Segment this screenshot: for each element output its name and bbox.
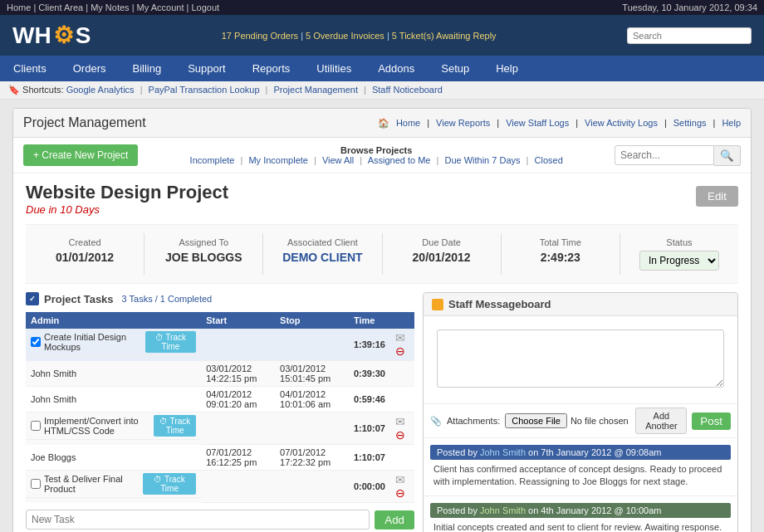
tasks-section-header: ✓ Project Tasks 3 Tasks / 1 Completed	[26, 292, 414, 305]
client-value[interactable]: DEMO CLIENT	[267, 251, 377, 264]
time-value: 2:49:23	[506, 251, 615, 264]
panel-help[interactable]: Help	[722, 118, 741, 128]
shortcuts-bar: 🔖 Shortcuts: Google Analytics | PayPal T…	[0, 81, 764, 100]
logout-link[interactable]: Logout	[191, 2, 219, 12]
panel-view-reports[interactable]: View Reports	[436, 118, 490, 128]
nav-support[interactable]: Support	[174, 56, 239, 81]
task-3-delete-icon[interactable]: ⊖	[395, 486, 405, 500]
info-assigned: Assigned To JOE BLOGGS	[144, 233, 263, 275]
browse-incomplete[interactable]: Incomplete	[190, 155, 235, 165]
info-status: Status In Progress Completed Pending	[620, 233, 738, 275]
my-notes-link[interactable]: My Notes	[91, 2, 129, 12]
nav-addons[interactable]: Addons	[365, 56, 428, 81]
client-area-link[interactable]: Client Area	[38, 2, 83, 12]
task-1-name: Create Initial Design Mockups	[44, 332, 142, 352]
add-another-button[interactable]: Add Another	[635, 408, 687, 434]
track-time-2-button[interactable]: ⏱ Track Time	[154, 415, 196, 437]
nav-help[interactable]: Help	[482, 56, 531, 81]
attach-icon: 📎	[430, 416, 442, 427]
task-1-delete-icon[interactable]: ⊖	[395, 344, 405, 358]
nav-reports[interactable]: Reports	[239, 56, 304, 81]
shortcut-paypal[interactable]: PayPal Transaction Lookup	[149, 85, 260, 95]
tasks-section-label: Project Tasks	[44, 293, 114, 305]
messageboard-icon	[432, 299, 443, 310]
header-search[interactable]	[627, 27, 752, 44]
table-row: Joe Bloggs 07/01/2012 16:12:25 pm 07/01/…	[26, 445, 414, 471]
header-search-input[interactable]	[627, 27, 752, 44]
msg-2-author[interactable]: John Smith	[480, 505, 526, 515]
top-bar-links: Home | Client Area | My Notes | My Accou…	[7, 2, 219, 12]
created-value: 01/01/2012	[30, 251, 140, 264]
browse-assigned-to-me[interactable]: Assigned to Me	[368, 155, 431, 165]
panel-home-link[interactable]: Home	[396, 118, 420, 128]
message-2-content: Initial concepts created and sent to cli…	[430, 521, 731, 532]
nav-utilities[interactable]: Utilities	[303, 56, 365, 81]
status-select[interactable]: In Progress Completed Pending	[639, 251, 719, 271]
browse-my-incomplete[interactable]: My Incomplete	[248, 155, 308, 165]
track-time-3-button[interactable]: ⏱ Track Time	[143, 473, 196, 495]
task-3-checkbox[interactable]	[31, 479, 41, 489]
browse-view-all[interactable]: View All	[322, 155, 354, 165]
shortcut-google-analytics[interactable]: Google Analytics	[66, 85, 135, 95]
task-1-checkbox[interactable]	[31, 337, 41, 347]
file-input[interactable]	[505, 413, 630, 428]
shortcut-project-management[interactable]: Project Management	[273, 85, 358, 95]
status-value[interactable]: In Progress Completed Pending	[624, 251, 734, 271]
task-3-edit-icon[interactable]: ✉	[395, 473, 405, 486]
task-1-time: 1:39:16	[349, 329, 390, 361]
table-row: Create Initial Design Mockups ⏱ Track Ti…	[26, 329, 414, 361]
panel-settings[interactable]: Settings	[673, 118, 707, 128]
sub-1-stop: 03/01/2012 15:01:45 pm	[275, 361, 349, 387]
nav-clients[interactable]: Clients	[0, 56, 60, 81]
project-management-panel: Project Management 🏠 Home | View Reports…	[12, 108, 752, 532]
left-column: ✓ Project Tasks 3 Tasks / 1 Completed Ad…	[26, 292, 414, 532]
home-link[interactable]: Home	[7, 2, 31, 12]
time-label: Total Time	[506, 237, 615, 247]
my-account-link[interactable]: My Account	[137, 2, 184, 12]
assigned-value: JOE BLOGGS	[149, 251, 258, 264]
project-search-button[interactable]: 🔍	[714, 145, 741, 166]
project-edit-button[interactable]: Edit	[696, 186, 738, 207]
messageboard: Staff Messageboard 📎 Attachments: Add An…	[423, 292, 738, 532]
shortcut-staff-noticeboard[interactable]: Staff Noticeboard	[372, 85, 443, 95]
project-search-input[interactable]	[615, 145, 714, 165]
sub-1-admin: John Smith	[26, 361, 201, 387]
nav-orders[interactable]: Orders	[60, 56, 120, 81]
status-label: Status	[624, 237, 734, 247]
table-row: John Smith 03/01/2012 14:22:15 pm 03/01/…	[26, 361, 414, 387]
nav-setup[interactable]: Setup	[428, 56, 482, 81]
create-project-button[interactable]: + Create New Project	[23, 144, 138, 166]
add-task-button[interactable]: Add	[375, 510, 414, 530]
col-stop: Stop	[275, 312, 349, 329]
browse-due-within-7[interactable]: Due Within 7 Days	[444, 155, 520, 165]
sub-3-stop: 07/01/2012 17:22:32 pm	[275, 445, 349, 471]
pending-orders-link[interactable]: 17 Pending Orders	[222, 31, 298, 41]
top-bar: Home | Client Area | My Notes | My Accou…	[0, 0, 764, 15]
messageboard-textarea[interactable]	[437, 329, 724, 388]
panel-view-activity-logs[interactable]: View Activity Logs	[585, 118, 658, 128]
task-2-name: Implement/Convert into HTML/CSS Code	[44, 416, 150, 436]
task-2-delete-icon[interactable]: ⊖	[395, 428, 405, 442]
tickets-awaiting-link[interactable]: 5 Ticket(s) Awaiting Reply	[392, 31, 497, 41]
msg-1-author[interactable]: John Smith	[480, 447, 526, 457]
due-value: 20/01/2012	[387, 251, 497, 264]
browse-closed[interactable]: Closed	[535, 155, 563, 165]
task-2-edit-icon[interactable]: ✉	[395, 415, 405, 428]
table-row: John Smith 04/01/2012 09:01:20 am 04/01/…	[26, 387, 414, 412]
sub-2-stop: 04/01/2012 10:01:06 am	[275, 387, 349, 412]
header-alerts: 17 Pending Orders | 5 Overdue Invoices |…	[222, 31, 497, 41]
sub-2-admin: John Smith	[26, 387, 201, 412]
track-time-1-button[interactable]: ⏱ Track Time	[145, 331, 197, 353]
new-task-input[interactable]	[26, 510, 370, 530]
info-client: Associated Client DEMO CLIENT	[263, 233, 382, 275]
panel-view-staff-logs[interactable]: View Staff Logs	[506, 118, 569, 128]
messageboard-header: Staff Messageboard	[424, 293, 737, 316]
tasks-icon: ✓	[26, 292, 39, 305]
task-1-edit-icon[interactable]: ✉	[395, 331, 405, 344]
nav-billing[interactable]: Billing	[119, 56, 174, 81]
task-2-checkbox[interactable]	[31, 421, 41, 431]
top-bar-datetime: Tuesday, 10 January 2012, 09:34	[622, 2, 757, 12]
post-button[interactable]: Post	[692, 412, 731, 430]
overdue-invoices-link[interactable]: 5 Overdue Invoices	[306, 31, 384, 41]
new-task-row: Add	[26, 510, 414, 530]
